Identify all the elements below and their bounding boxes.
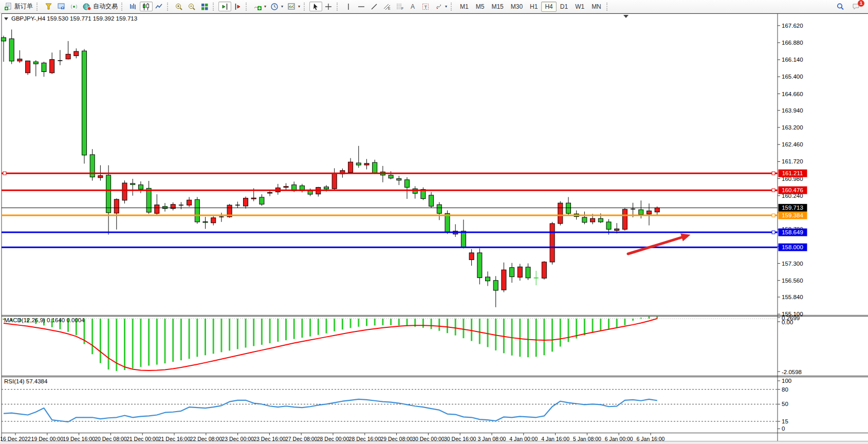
periods-button[interactable]: ▾ [268,2,285,11]
timeframe-m1-button[interactable]: M1 [456,2,472,12]
candlestick-chart-button[interactable] [140,2,153,11]
svg-text:30 Dec 16:00: 30 Dec 16:00 [444,436,476,442]
bars-icon [129,3,138,11]
notification-count-badge: 1 [858,0,864,7]
arrows-button[interactable]: ▾ [432,2,449,11]
chevron-down-icon[interactable]: ▾ [264,4,266,9]
svg-text:15: 15 [782,418,788,424]
timeframe-h4-button[interactable]: H4 [541,2,556,12]
hline-handle[interactable] [772,172,775,175]
auto-scroll-button[interactable] [218,2,231,11]
svg-text:4 Jan 00:00: 4 Jan 00:00 [509,436,538,442]
trendline-button[interactable] [368,2,381,11]
profile-icon [57,3,66,11]
candles-icon [142,3,151,11]
macd-label: MACD(12,26,9) 0.1640 0.0004 [4,317,85,323]
svg-text:21 Dec 00:00: 21 Dec 00:00 [126,436,159,442]
svg-text:A: A [411,3,415,10]
svg-text:159.384: 159.384 [782,212,803,218]
timeframe-d1-button[interactable]: D1 [557,2,571,12]
new-order-icon [4,3,13,11]
search-icon [836,3,845,11]
toolbar-grip [606,3,610,11]
chevron-down-icon[interactable]: ▾ [445,4,447,9]
indicators-button[interactable]: ▾ [251,2,268,11]
notifications-button[interactable]: 1 [850,2,863,11]
templates-button[interactable]: ▾ [285,2,302,11]
svg-text:166.140: 166.140 [782,57,803,63]
tile-icon [200,3,209,11]
auto-trading-button[interactable]: 自动交易 [81,2,120,11]
toolbar-grip [451,3,454,11]
fibonacci-button[interactable]: F [394,2,407,11]
toolbar-grip [304,3,307,11]
cursor-button[interactable] [309,2,322,11]
textA-icon: A [409,3,417,11]
fibo-icon: F [396,3,404,11]
toolbar-group-5: ▾▾▾ [250,0,303,13]
svg-text:21 Dec 16:00: 21 Dec 16:00 [158,436,191,442]
toolbar-group-7: EFAT▾ [341,0,450,13]
svg-text:163.940: 163.940 [782,107,803,114]
hline-handle[interactable] [772,214,775,217]
autotrade-icon [83,3,91,11]
text-button[interactable]: A [407,2,419,11]
tile-windows-button[interactable] [198,2,211,11]
hline-handle[interactable] [3,172,6,175]
timeframe-m5-button[interactable]: M5 [472,2,488,12]
svg-text:3 Jan 08:00: 3 Jan 08:00 [478,436,506,442]
chart-canvas[interactable]: 167.620166.880166.140165.400164.660163.9… [0,13,868,444]
search-button[interactable] [834,2,847,11]
equidistant-channel-button[interactable]: E [381,2,394,11]
bar-chart-button[interactable] [127,2,140,11]
svg-text:158.000: 158.000 [782,244,803,250]
svg-text:5 Jan 08:00: 5 Jan 08:00 [573,436,601,442]
symbol-title: GBPJPY-,H4 159.530 159.771 159.392 159.7… [11,15,137,22]
chevron-down-icon[interactable]: ▾ [298,4,300,9]
chart-shift-button[interactable] [231,2,244,11]
timeframe-m15-button[interactable]: M15 [488,2,507,12]
svg-text:28 Dec 16:00: 28 Dec 16:00 [349,436,381,442]
svg-text:16 Dec 2022: 16 Dec 2022 [0,436,31,442]
svg-text:166.880: 166.880 [782,40,803,46]
new-order-button-label: 新订单 [14,2,33,11]
zoom-in-button[interactable] [173,2,186,11]
toolbar-right: 1 [834,2,867,11]
funnel-icon [44,3,53,11]
hline-handle[interactable] [772,231,775,234]
svg-text:80: 80 [782,386,788,393]
svg-text:6 Jan 00:00: 6 Jan 00:00 [605,436,633,442]
svg-text:0: 0 [782,425,785,432]
horizontal-line-button[interactable] [355,2,368,11]
timeframe-m30-button[interactable]: M30 [507,2,526,12]
chart-window: 167.620166.880166.140165.400164.660163.9… [0,13,868,444]
svg-text:-2.0598: -2.0598 [782,369,802,375]
svg-text:156.560: 156.560 [782,278,803,284]
toolbar-group-8: M1M5M15M30H1H4D1W1MN [455,0,606,13]
clock-icon [270,3,279,11]
svg-text:4 Jan 16:00: 4 Jan 16:00 [541,436,569,442]
timeframe-w1-button[interactable]: W1 [571,2,588,12]
zoomin-icon [175,3,183,11]
rsi-label: RSI(14) 57.4384 [4,378,48,384]
hline-handle[interactable] [772,189,775,192]
chevron-down-icon[interactable]: ▾ [281,4,283,9]
svg-text:29 Dec 08:00: 29 Dec 08:00 [380,436,413,442]
svg-text:6 Jan 16:00: 6 Jan 16:00 [637,436,665,442]
vertical-line-button[interactable] [342,2,355,11]
toolbar-grip [213,3,216,11]
zoom-out-button[interactable] [186,2,198,11]
svg-text:F: F [401,7,403,10]
crosshair-icon [324,3,333,11]
crosshair-button[interactable] [322,2,335,11]
profiles-button[interactable] [55,2,68,11]
timeframe-h1-button[interactable]: H1 [526,2,541,12]
line-chart-button[interactable] [153,2,165,11]
styles-button[interactable] [42,2,55,11]
toolbar-grip [167,3,170,11]
text-label-button[interactable]: T [419,2,432,11]
timeframe-mn-button[interactable]: MN [588,2,605,12]
signals-button[interactable] [68,2,81,11]
new-order-button[interactable]: 新订单 [2,2,35,11]
template-icon [287,3,296,11]
